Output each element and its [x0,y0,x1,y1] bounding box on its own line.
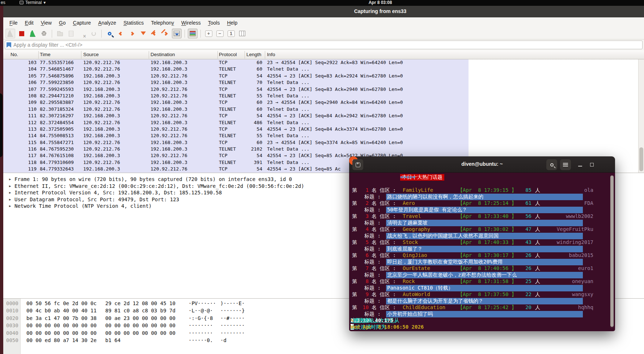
menu-statistics[interactable]: Statistics [123,20,144,26]
clock[interactable]: Apr 8 03:08 [364,0,397,5]
packet-row[interactable]: 11082.307185324120.92.212.76192.168.200.… [3,106,469,113]
topic-row[interactable]: 第6名 信区 :QingJiao【Apr 8 17:30:17 】26人babu… [349,252,615,259]
wireshark-titlebar[interactable]: Capturing from ens33 [3,6,644,17]
column-divider[interactable] [245,51,245,59]
column-length[interactable]: Length [246,52,261,57]
stop-capture-button[interactable] [17,29,26,38]
display-filter-input[interactable] [13,42,642,48]
capture-options-button[interactable] [39,29,49,38]
close-file-button[interactable] [77,29,87,38]
terminal-content[interactable]: -----=====本日十大热门话题=====-----第1名 信区 :Fami… [349,173,615,331]
topic-title-row[interactable]: 标题 :战火纷飞，以色列的中国建筑工人依然不愿意回国 [349,233,615,239]
activities-label-partial[interactable]: es [1,0,5,5]
menu-edit[interactable]: Edit [25,20,34,26]
last-packet-button[interactable] [161,29,170,38]
packet-row[interactable]: 11484.755008513192.168.200.3120.92.212.7… [3,132,469,139]
topic-row[interactable]: 第9名 信区 :AutoWorld【Apr 8 17:37:50 】22人wan… [349,291,615,298]
previous-packet-button[interactable] [116,29,126,38]
packet-row[interactable]: 10882.294471210192.168.200.3120.92.212.7… [3,93,469,99]
save-file-button[interactable] [66,29,76,38]
hex-row[interactable]: 005000 00 ed 80 a7 14 30 2eb1 64······0.… [3,337,644,345]
packet-row[interactable]: 11282.372484554120.92.212.76192.168.200.… [3,119,469,126]
topic-title-row[interactable]: 标题 :即日起，厦门大学教职在食堂吃饭不用加收20%费用 [349,259,615,265]
expand-arrow-icon[interactable]: ▶ [9,204,11,208]
start-capture-button[interactable] [5,29,15,38]
packet-row[interactable]: 11684.767595230120.92.212.76192.168.200.… [3,146,469,152]
column-divider[interactable] [38,51,39,59]
packet-row[interactable]: 10777.599245593192.168.200.3120.92.212.7… [3,86,469,93]
open-file-button[interactable] [55,29,65,38]
column-destination[interactable]: Destination [151,52,175,57]
menu-help[interactable]: Help [227,20,237,26]
topic-row[interactable]: 第5名 信区 :Stock【Apr 8 17:40:33 】43人windrin… [349,239,615,246]
column-divider[interactable] [217,51,218,59]
first-packet-button[interactable] [149,29,159,38]
menu-telephony[interactable]: Telephony [151,20,174,26]
resize-columns-button[interactable] [237,29,247,38]
menu-button[interactable] [560,159,571,170]
topic-title-row[interactable]: 标题 :清明去了趟麻栗坡 [349,220,615,226]
topic-row[interactable]: 第3名 信区 :Travel【Apr 8 17:33:40 】56人wwwlb2… [349,213,615,220]
display-filter-field[interactable] [5,41,643,49]
topic-row[interactable]: 第4名 信区 :Geography【Apr 8 17:30:02 】47人Veg… [349,226,615,233]
column-protocol[interactable]: Protocol [219,52,237,57]
topic-row[interactable]: 第10名 信区 :ChildEducation【Apr 8 17:25:42 】… [349,304,615,311]
find-packet-button[interactable] [105,29,114,38]
zoom-in-button[interactable]: + [204,29,213,38]
column-time[interactable]: Time [40,52,51,57]
menu-analyze[interactable]: Analyze [98,20,116,26]
menu-go[interactable]: Go [59,20,66,26]
packet-row[interactable]: 10577.546875896192.168.200.3120.92.212.7… [3,73,469,79]
app-menu-terminal[interactable]: Terminal ▾ [20,0,46,5]
topic-title-row[interactable]: 标题 :小升初开始点招了吗 [349,311,615,317]
bookmark-icon[interactable] [7,42,11,48]
column-no[interactable]: No. [10,52,18,57]
packet-row[interactable]: 11382.372505905192.168.200.3120.92.212.7… [3,126,469,132]
menu-capture[interactable]: Capture [73,20,91,26]
topic-row[interactable]: 第2名 信区 :Aero【Apr 8 17:25:14 】61人FDA [349,200,615,207]
column-divider[interactable] [265,51,265,59]
column-divider[interactable] [149,51,149,59]
packet-row[interactable]: 11182.307216297192.168.200.3120.92.212.7… [3,113,469,119]
next-packet-button[interactable] [127,29,137,38]
packet-row[interactable]: 11584.755847271120.92.212.76192.168.200.… [3,139,469,146]
topic-row[interactable]: 第1名 信区 :FamilyLife【Apr 8 17:39:15 】85人ol… [349,187,615,194]
packet-row[interactable]: 10982.295583887120.92.212.76192.168.200.… [3,99,469,106]
expand-arrow-icon[interactable]: ▶ [9,191,11,194]
terminal-titlebar[interactable]: diven@ubuntu: ~ × [349,156,615,173]
maximize-button[interactable] [587,159,597,170]
topic-row[interactable]: 第7名 信区 :OurEstate【Apr 8 17:40:56 】26人eur… [349,265,615,272]
topic-title-row[interactable]: 标题 :到底谁屈服了？ [349,246,615,252]
search-button[interactable] [546,159,557,170]
terminal-window[interactable]: diven@ubuntu: ~ × -----=====本日十大热门话题====… [349,156,615,331]
minimize-button[interactable] [575,159,585,170]
expand-arrow-icon[interactable]: ▶ [9,177,11,181]
expand-arrow-icon[interactable]: ▶ [9,184,11,188]
menu-view[interactable]: View [41,20,52,26]
new-tab-button[interactable] [352,159,363,170]
menu-file[interactable]: File [9,20,18,26]
column-info[interactable]: Info [267,52,275,57]
menu-tools[interactable]: Tools [208,20,220,26]
topic-title-row[interactable]: 标题 :Panasonic CT810（转载） [349,285,615,291]
terminal-scrollbar-thumb[interactable] [610,176,614,327]
go-to-packet-button[interactable] [138,29,148,38]
topic-row[interactable]: 第8名 信区 :Rock【Apr 8 17:31:58 】25人oneyuan [349,278,615,285]
menu-wireless[interactable]: Wireless [181,20,201,26]
packet-row[interactable]: 10677.599223850120.92.212.76192.168.200.… [3,79,469,86]
packet-list-scrollbar[interactable] [638,59,644,173]
restart-capture-button[interactable] [28,29,38,38]
scrollbar-thumb[interactable] [639,147,643,171]
topic-title-row[interactable]: 标题 :北京至少一半人蜗居在老破小，z府不想办法给改善一下么 [349,272,615,278]
zoom-out-button[interactable]: − [215,29,225,38]
topic-title-row[interactable]: 标题 :都是什么脑子才会认为开车是为了省钱的？ [349,298,615,304]
packet-row[interactable]: 10377.535357166120.92.212.76192.168.200.… [3,59,469,66]
zoom-100-button[interactable]: 1 [226,29,236,38]
packet-row[interactable]: 10477.546851467120.92.212.76192.168.200.… [3,66,469,72]
topic-title-row[interactable]: 标题 :路口烧纸的陋习以前没有啊，怎么搞起来的 [349,194,615,200]
colorize-button[interactable] [188,29,198,38]
column-divider[interactable] [81,51,81,59]
topic-title-row[interactable]: 标题 :50年登月到底是真是假 有定论么？ [349,207,615,213]
auto-scroll-button[interactable] [172,29,182,38]
column-source[interactable]: Source [83,52,99,57]
